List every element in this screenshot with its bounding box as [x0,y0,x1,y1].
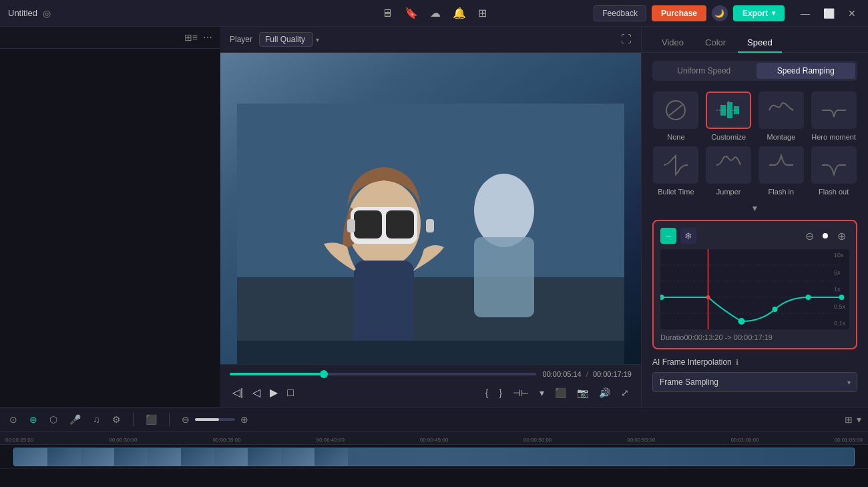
purchase-button[interactable]: Purchase [652,5,706,21]
svg-rect-11 [237,341,624,364]
play-button[interactable]: ▶ [267,383,280,401]
close-button[interactable]: ✕ [844,7,860,20]
video-clip[interactable] [13,448,855,466]
customize-panel: − ❄ ⊖ ⊕ [652,220,857,349]
more-icon[interactable]: ▾ [857,414,861,425]
maximize-button[interactable]: ⬜ [819,7,839,20]
preset-bullet[interactable]: Bullet Time [652,146,700,196]
thumb-5 [148,448,181,466]
expand-arrow[interactable]: ▼ [652,204,857,213]
main-content: ⊞≡ ⋯ Player Full Quality Half Quality ▾ … [0,27,868,407]
timeline-tracks [0,445,868,487]
timeline-icon-1[interactable]: ⊙ [7,412,20,428]
ruler-mark-4: 00:00:40:00 [316,437,345,443]
ai-info-icon[interactable]: ℹ [736,358,738,367]
quality-select[interactable]: Full Quality Half Quality [259,32,313,47]
theme-toggle[interactable]: 🌙 [712,5,728,21]
cloud-icon[interactable]: ☁ [427,4,443,22]
preset-jumper-label: Jumper [716,188,741,196]
timeline-icon-5[interactable]: ♫ [90,412,103,428]
player-area: Player Full Quality Half Quality ▾ ⛶ [220,27,641,407]
preset-jumper[interactable]: Jumper [705,146,752,196]
progress-bar[interactable] [230,373,536,375]
media-area [0,49,220,407]
player-header: Player Full Quality Half Quality ▾ ⛶ [220,27,641,53]
graph-labels: 10x 5x 1x 0.5x 0.1x [834,249,845,329]
fullscreen-icon[interactable]: ⤢ [618,385,632,401]
zoom-out-button[interactable]: ⊖ [801,228,817,244]
monitor-icon[interactable]: 🖥 [379,5,395,22]
export-button[interactable]: Export ▾ [733,5,785,21]
timeline-icon-2[interactable]: ⊛ [27,412,40,428]
tab-color[interactable]: Color [696,33,735,53]
preset-flash-in-label: Flash in [769,188,795,196]
preset-jumper-icon [706,146,751,184]
preset-none-label: None [667,133,684,141]
speed-ramping-tab[interactable]: Speed Ramping [756,63,856,79]
thumb-4 [114,448,148,466]
grid-icon[interactable]: ⊞ [475,4,489,22]
filter-icon[interactable]: ⊞≡ [184,32,198,43]
preset-flash-in-icon [758,146,804,184]
minimize-button[interactable]: — [797,7,814,20]
trim-icon[interactable]: ⊣⊢ [510,385,531,401]
feedback-button[interactable]: Feedback [594,5,646,21]
svg-point-2 [474,174,534,247]
ruler-mark-6: 00:00:50:00 [523,437,552,443]
bookmark-icon[interactable]: 🔖 [402,4,421,22]
preset-none[interactable]: None [652,92,700,141]
timeline-zoom: ⊖ ⊕ [179,412,251,428]
timeline-icon-3[interactable]: ⬡ [47,412,60,428]
timeline-icon-7[interactable]: ⬛ [143,412,160,428]
time-display: 00:00:05:14 / 00:00:17:19 [543,370,632,378]
timeline-ruler: 00:00:25:00 00:00:30:00 00:00:35:00 00:0… [0,432,868,445]
timeline-icon-6[interactable]: ⚙ [110,412,124,428]
bell-icon[interactable]: 🔔 [450,4,469,22]
player-label: Player [230,35,252,44]
remove-keyframe-button[interactable]: − [660,228,676,244]
rewind-button[interactable]: ◁| [230,383,246,401]
zoom-out-icon[interactable]: ⊖ [179,412,192,428]
tab-video[interactable]: Video [652,33,693,53]
volume-icon[interactable]: 🔊 [596,385,613,401]
uniform-speed-tab[interactable]: Uniform Speed [654,63,754,79]
player-expand-icon[interactable]: ⛶ [621,33,632,45]
preset-customize[interactable]: Customize [705,92,752,141]
pip-icon[interactable]: ⬛ [552,385,569,401]
timeline-separator-2 [169,413,170,426]
app-title: Untitled [8,8,37,18]
bracket-close-icon[interactable]: } [496,385,505,401]
quality-chevron-icon: ▾ [316,36,319,43]
zoom-fill [195,418,219,421]
svg-rect-18 [734,106,739,114]
speed-mode-tabs: Uniform Speed Speed Ramping [652,61,857,81]
dropdown-icon[interactable]: ▾ [537,385,547,401]
screenshot-icon[interactable]: 📷 [574,385,591,401]
thumb-3 [81,448,114,466]
ai-frame-select[interactable]: Frame Sampling Optical Flow [652,372,857,392]
timeline-separator [133,413,134,426]
more-options-icon[interactable]: ⋯ [203,32,212,43]
preset-customize-icon [706,92,751,129]
window-controls: — ⬜ ✕ [797,7,860,20]
preset-flash-out-icon [811,146,857,184]
svg-rect-7 [386,210,414,238]
thumb-9 [281,448,314,466]
freeze-button[interactable]: ❄ [680,228,696,244]
ai-select-wrapper: Frame Sampling Optical Flow ▾ [652,372,857,392]
stop-button[interactable]: □ [284,384,296,401]
zoom-bar[interactable] [195,418,235,421]
step-back-button[interactable]: ◁ [250,383,263,401]
timeline-icon-4[interactable]: 🎤 [67,412,83,428]
tab-speed[interactable]: Speed [738,33,782,53]
preset-flash-in[interactable]: Flash in [758,146,805,196]
svg-point-25 [738,318,745,325]
grid-toggle-icon[interactable]: ⊞ [845,414,853,425]
cust-left: − ❄ [660,228,696,244]
preset-hero[interactable]: Hero moment [810,92,857,141]
bracket-open-icon[interactable]: { [483,385,491,401]
preset-flash-out[interactable]: Flash out [810,146,857,196]
zoom-in-button[interactable]: ⊕ [833,228,849,244]
preset-montage[interactable]: Montage [758,92,805,141]
zoom-in-icon[interactable]: ⊕ [238,412,251,428]
